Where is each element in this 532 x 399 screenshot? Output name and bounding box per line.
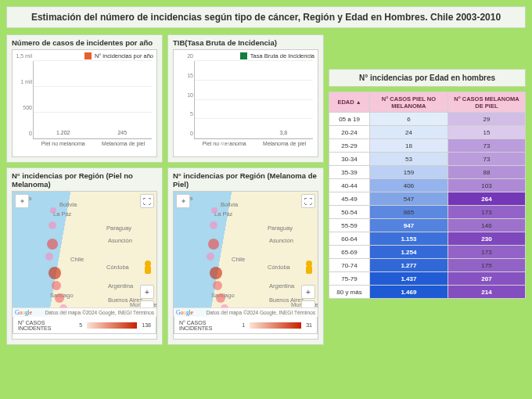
legend-swatch-icon [240,52,247,59]
gradient-bar-icon [87,322,137,329]
x-axis-categories: Piel no melanomaMelanoma de piel [33,141,153,146]
cell-piel-no-melanoma: 6 [370,113,448,126]
fullscreen-button[interactable]: ⛶ [140,194,154,208]
legend: N° incidencias por año [16,52,153,59]
table-row: 80 y más1.469214 [329,286,526,299]
table-row: 45-49547264 [329,192,526,206]
google-logo: Google [15,309,32,316]
cell-melanoma-piel: 207 [448,272,525,286]
cell-melanoma-piel: 173 [448,246,525,259]
panel-title: Número de casos de incidentes por año [12,38,157,47]
dashboard-title: Estimación del número de incidencias seg… [6,6,526,28]
table-title: N° incidencias por Edad en hombres [329,69,526,87]
legend-label: N° incidencias por año [95,52,153,59]
cell-piel-no-melanoma: 1.153 [370,232,448,246]
table-row: 50-54865173 [329,206,526,219]
cell-age: 45-49 [329,192,370,206]
heatmap-legend: N° CASOS INCIDENTES 1 31 [174,317,318,334]
panel-map-melanoma-piel: N° incidencias por Región (Melanoma de P… [167,167,324,345]
cell-age: 35-39 [329,166,370,179]
cell-piel-no-melanoma: 947 [370,219,448,232]
heatmap-legend: N° CASOS INCIDENTES 5 138 [13,317,156,334]
table-row: 70-741.277175 [329,259,526,272]
cell-piel-no-melanoma: 1.254 [370,246,448,259]
table-row: 65-691.254173 [329,246,526,259]
cell-melanoma-piel: 88 [448,166,525,179]
side-column: N° incidencias por Edad en hombres EDAD▲… [329,34,526,345]
legend-swatch-icon [84,52,92,59]
col-header-age[interactable]: EDAD▲ [329,92,370,113]
legend-label: N° CASOS INCIDENTES [18,320,74,331]
panel-incidences-per-year: Número de casos de incidentes por año N°… [6,34,163,163]
dashboard-grid: Número de casos de incidentes por año N°… [6,34,526,345]
table-row: 05 a 19629 [329,113,526,126]
fullscreen-button[interactable]: ⛶ [301,194,315,208]
plot-area: 0510152019,53,8 [194,61,313,139]
cell-melanoma-piel: 29 [448,113,525,126]
table-body: 05 a 1962920-24241525-29187330-34537335-… [329,113,526,299]
pegman-icon[interactable] [142,261,153,275]
cell-melanoma-piel: 175 [448,259,525,272]
table-row: 30-345373 [329,153,526,166]
cell-age: 55-59 [329,219,370,232]
cell-age: 65-69 [329,246,370,259]
col-header-melanoma-piel[interactable]: N° CASOS MELANOMA DE PIEL [448,92,525,113]
cell-age: 60-64 [329,232,370,246]
cell-melanoma-piel: 173 [448,206,525,219]
cell-piel-no-melanoma: 1.469 [370,286,448,299]
cell-melanoma-piel: 264 [448,192,525,206]
age-incidence-table: EDAD▲ N° CASOS PIEL NO MELANOMA N° CASOS… [329,92,526,299]
panel-map-piel-no-melanoma: N° incidencias por Región (Piel no Melan… [6,167,163,345]
plot-area: 05001 mil1,5 mil1.202245 [33,61,152,139]
zoom-in-button[interactable]: + [140,285,154,299]
sort-asc-icon: ▲ [356,99,361,105]
table-row: 55-59947146 [329,219,526,232]
table-row: 75-791.437207 [329,272,526,286]
map-container: LimaBoliviaLa PazParaguayAsunciónChileCó… [12,191,157,340]
cell-melanoma-piel: 73 [448,153,525,166]
zoom-in-button[interactable]: + [301,285,315,299]
table-row: 40-44406103 [329,179,526,192]
col-header-piel-no-melanoma[interactable]: N° CASOS PIEL NO MELANOMA [370,92,448,113]
gradient-bar-icon [250,322,301,329]
cell-age: 50-54 [329,206,370,219]
cell-age: 25-29 [329,139,370,153]
table-row: 35-3915988 [329,166,526,179]
map-canvas[interactable]: LimaBoliviaLa PazParaguayAsunciónChileCó… [174,192,318,317]
cell-piel-no-melanoma: 24 [370,126,448,139]
legend-label: Tasa Bruta de Incidencia [250,52,315,59]
cell-melanoma-piel: 73 [448,139,525,153]
map-canvas[interactable]: LimaBoliviaLa PazParaguayAsunciónChileCó… [13,192,156,317]
legend-label: N° CASOS INCIDENTES [179,320,237,331]
map-attribution: Datos del mapa ©2024 Google, INEGI Térmi… [45,310,154,315]
table-row: 20-242415 [329,126,526,139]
google-logo: Google [176,309,193,316]
cell-age: 05 a 19 [329,113,370,126]
map-attribution: Datos del mapa ©2024 Google, INEGI Térmi… [207,310,315,315]
table-row: 25-291873 [329,139,526,153]
cell-melanoma-piel: 214 [448,286,525,299]
locate-icon[interactable]: ⌖ [15,194,29,208]
legend-min: 5 [79,322,82,328]
panel-tib: TIB(Tasa Bruta de Incidencia) Tasa Bruta… [167,34,324,163]
cell-piel-no-melanoma: 865 [370,206,448,219]
bar-chart-green: Tasa Bruta de Incidencia 0510152019,53,8… [173,49,318,157]
cell-piel-no-melanoma: 406 [370,179,448,192]
map-container: LimaBoliviaLa PazParaguayAsunciónChileCó… [173,191,318,340]
cell-age: 70-74 [329,259,370,272]
legend: Tasa Bruta de Incidencia [177,52,315,59]
pegman-icon[interactable] [304,261,315,275]
cell-age: 40-44 [329,179,370,192]
cell-piel-no-melanoma: 547 [370,192,448,206]
cell-melanoma-piel: 103 [448,179,525,192]
locate-icon[interactable]: ⌖ [176,194,190,208]
table-row: 60-641.153230 [329,232,526,246]
panel-title: N° incidencias por Región (Melanoma de P… [173,171,318,189]
cell-melanoma-piel: 146 [448,219,525,232]
legend-min: 1 [242,322,245,328]
panel-title: TIB(Tasa Bruta de Incidencia) [173,38,318,47]
cell-piel-no-melanoma: 18 [370,139,448,153]
legend-max: 138 [142,322,151,328]
cell-piel-no-melanoma: 1.277 [370,259,448,272]
cell-age: 80 y más [329,286,370,299]
